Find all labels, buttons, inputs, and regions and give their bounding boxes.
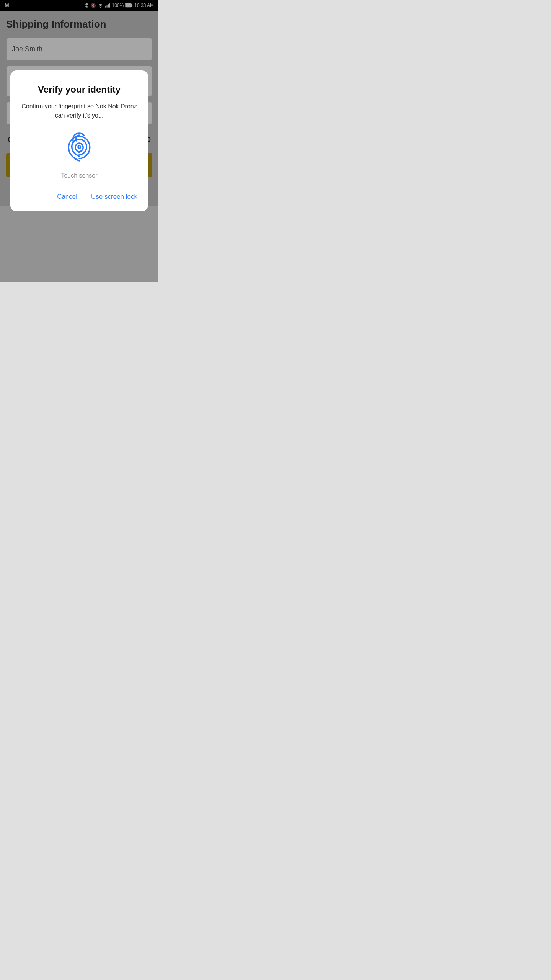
touch-sensor-label: Touch sensor [21, 172, 137, 179]
modal-overlay: Verify your identity Confirm your finger… [0, 0, 158, 282]
fingerprint-icon [62, 131, 96, 165]
cancel-button[interactable]: Cancel [57, 191, 77, 202]
fingerprint-icon-container [21, 131, 137, 165]
modal-actions: Cancel Use screen lock [21, 191, 137, 202]
use-screen-lock-button[interactable]: Use screen lock [91, 191, 137, 202]
verify-identity-modal: Verify your identity Confirm your finger… [10, 70, 148, 211]
modal-title: Verify your identity [21, 84, 137, 95]
modal-description: Confirm your fingerprint so Nok Nok Dron… [21, 102, 137, 120]
